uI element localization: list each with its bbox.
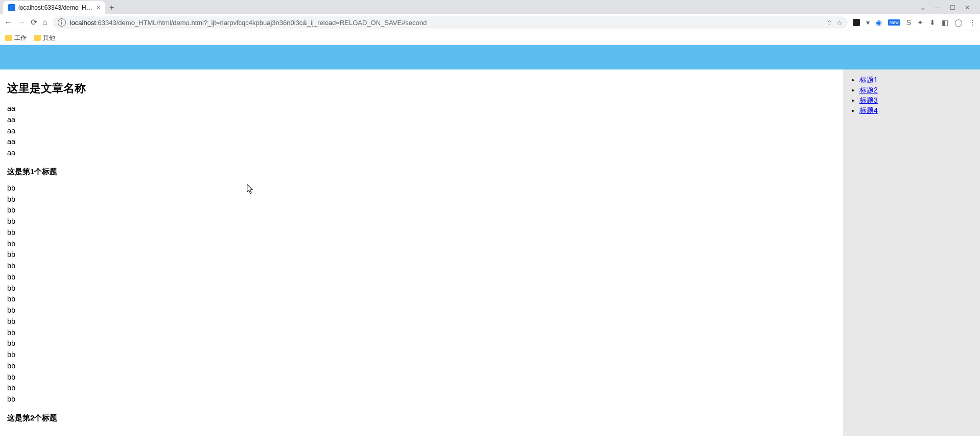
folder-icon (5, 35, 12, 41)
nav-link-3[interactable]: 标题3 (859, 96, 878, 104)
nav-link-1[interactable]: 标题1 (859, 76, 878, 84)
section-heading-1: 这是第1个标题 (7, 167, 836, 177)
article-title: 这里是文章名称 (7, 81, 836, 96)
nav-item: 标题4 (859, 106, 975, 115)
bookmark-folder[interactable]: 其他 (34, 34, 55, 42)
browser-chrome: localhost:63343/demo_HTML/ × + ⌄ — ☐ ✕ ←… (0, 0, 980, 45)
folder-icon (34, 35, 41, 41)
address-bar[interactable]: i localhost:63343/demo_HTML/html/demo.ht… (53, 16, 848, 29)
forward-button: → (17, 18, 26, 27)
article-main: 这里是文章名称 aaaaaaaaaa 这是第1个标题 bbbbbbbbbbbbb… (0, 69, 843, 436)
star-icon[interactable]: ☆ (836, 19, 843, 27)
url-host: localhost (70, 19, 96, 27)
section-heading-2: 这是第2个标题 (7, 413, 836, 423)
extension-icon[interactable] (853, 19, 860, 26)
bookmarks-bar: 工作 其他 (0, 31, 980, 45)
tab-bar: localhost:63343/demo_HTML/ × + ⌄ — ☐ ✕ (0, 0, 980, 14)
page-banner (0, 45, 980, 69)
minimize-icon[interactable]: — (935, 4, 941, 11)
bookmark-folder[interactable]: 工作 (5, 34, 27, 42)
url-text: localhost:63343/demo_HTML/html/demo.html… (70, 19, 823, 27)
extensions-button[interactable]: ✦ (917, 18, 923, 27)
browser-toolbar: ← → ⟳ ⌂ i localhost:63343/demo_HTML/html… (0, 14, 980, 31)
extension-icons: ▾ ◉ New S ✦ ⬇ ◧ ◯ ⋮ (853, 18, 976, 27)
menu-icon[interactable]: ⋮ (969, 18, 976, 27)
back-button[interactable]: ← (4, 18, 12, 27)
bookmark-label: 其他 (43, 34, 55, 42)
nav-item: 标题1 (859, 76, 975, 85)
tab-favicon (8, 4, 15, 11)
maximize-icon[interactable]: ☐ (950, 4, 955, 11)
url-path: :63343/demo_HTML/html/demo.html?_ijt=rla… (96, 19, 427, 27)
tab-close-icon[interactable]: × (97, 4, 100, 11)
nav-item: 标题2 (859, 86, 975, 95)
intro-paragraph: aaaaaaaaaa (7, 103, 836, 159)
new-tab-button[interactable]: + (109, 3, 114, 14)
share-icon[interactable]: ⇧ (827, 19, 832, 27)
extension-icon[interactable]: ▾ (866, 18, 870, 27)
section-paragraph: bbbbbbbbbbbbbbbbbbbbbbbbbbbbbbbbbbbbbbbb (7, 183, 836, 405)
tab-title: localhost:63343/demo_HTML/ (18, 4, 94, 11)
page-viewport: 这里是文章名称 aaaaaaaaaa 这是第1个标题 bbbbbbbbbbbbb… (0, 45, 980, 436)
nav-item: 标题3 (859, 96, 975, 105)
profile-icon[interactable]: ◯ (954, 18, 963, 27)
chevron-down-icon[interactable]: ⌄ (920, 4, 925, 11)
extension-icon[interactable]: ◉ (876, 18, 882, 27)
browser-tab[interactable]: localhost:63343/demo_HTML/ × (3, 1, 105, 14)
nav-list: 标题1 标题2 标题3 标题4 (848, 76, 975, 115)
content-wrapper: 这里是文章名称 aaaaaaaaaa 这是第1个标题 bbbbbbbbbbbbb… (0, 69, 980, 436)
site-info-icon[interactable]: i (58, 18, 66, 27)
downloads-icon[interactable]: ⬇ (929, 18, 936, 27)
home-button[interactable]: ⌂ (42, 18, 48, 27)
window-controls: ⌄ — ☐ ✕ (920, 4, 977, 14)
nav-link-4[interactable]: 标题4 (859, 106, 878, 114)
bookmark-label: 工作 (14, 34, 27, 42)
new-badge[interactable]: New (888, 19, 900, 26)
extension-icon[interactable]: S (906, 18, 911, 27)
reload-button[interactable]: ⟳ (31, 18, 37, 27)
close-icon[interactable]: ✕ (965, 4, 970, 11)
side-panel-icon[interactable]: ◧ (942, 18, 948, 27)
nav-link-2[interactable]: 标题2 (859, 86, 878, 94)
sidebar-nav: 标题1 标题2 标题3 标题4 (843, 69, 980, 436)
